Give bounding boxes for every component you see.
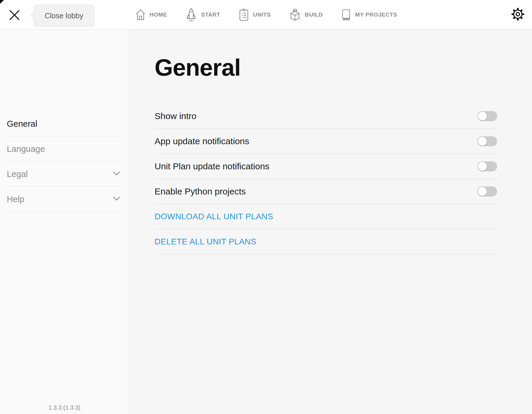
nav-label: UNITS [253,12,271,18]
close-lobby-button[interactable] [8,9,21,22]
nav-label: BUILD [305,12,323,18]
setting-row-app-update-notifications: App update notifications [155,129,497,154]
top-bar: Close lobby HOME [0,0,532,29]
show-intro-toggle[interactable] [477,111,497,121]
sidebar-item-general[interactable]: General [7,111,120,137]
chevron-down-icon [113,197,120,202]
app-update-notifications-toggle[interactable] [477,136,497,146]
brick-icon [289,8,301,22]
sidebar-item-label: Legal [7,169,28,179]
nav-item-home[interactable]: HOME [135,9,167,21]
nav-item-my-projects[interactable]: MY PROJECTS [341,8,397,22]
setting-row-enable-python-projects: Enable Python projects [155,179,497,204]
nav-label: START [201,12,220,18]
book-icon [341,8,351,22]
close-icon [9,9,20,22]
settings-list: Show intro App update notifications Unit… [155,104,497,254]
setting-label: App update notifications [155,136,249,146]
sidebar-item-label: General [7,119,37,129]
nav-label: HOME [150,12,167,18]
sidebar-item-label: Language [7,144,45,154]
setting-label: Show intro [155,111,197,121]
settings-sidebar: General Language Legal Help 1.3.3 (1.3.3… [0,29,129,414]
setting-row-show-intro: Show intro [155,104,497,129]
setting-label: Enable Python projects [155,186,246,197]
main-nav: HOME START [135,0,397,29]
nav-label: MY PROJECTS [355,12,397,18]
home-icon [135,9,146,21]
tooltip-notch [31,12,37,19]
settings-button[interactable] [510,7,525,22]
sidebar-menu: General Language Legal Help [0,111,129,212]
gear-icon [511,7,525,22]
clipboard-icon [239,8,249,22]
link-row-download-all-unit-plans: DOWNLOAD ALL UNIT PLANS [155,204,497,229]
toggle-knob [478,137,487,146]
rocket-icon [185,8,197,22]
unit-plan-update-notifications-toggle[interactable] [477,161,497,171]
delete-all-unit-plans-link[interactable]: DELETE ALL UNIT PLANS [155,237,257,246]
settings-main-panel: General Show intro App update notificati… [129,29,532,414]
sidebar-item-legal[interactable]: Legal [7,162,120,187]
close-lobby-tooltip[interactable]: Close lobby [34,5,94,27]
corner-mark [0,0,4,4]
chevron-down-icon [113,171,120,177]
toggle-knob [478,187,487,196]
sidebar-item-help[interactable]: Help [7,187,120,212]
enable-python-projects-toggle[interactable] [477,186,497,197]
download-all-unit-plans-link[interactable]: DOWNLOAD ALL UNIT PLANS [155,212,273,221]
app-version: 1.3.3 (1.3.3) [0,404,129,411]
tooltip-label: Close lobby [45,12,83,20]
sidebar-item-label: Help [7,194,25,204]
link-row-delete-all-unit-plans: DELETE ALL UNIT PLANS [155,229,497,254]
toggle-knob [478,162,487,171]
nav-item-build[interactable]: BUILD [289,8,323,22]
page-title: General [155,56,497,79]
setting-row-unit-plan-update-notifications: Unit Plan update notifications [155,154,497,179]
setting-label: Unit Plan update notifications [155,161,270,171]
sidebar-item-language[interactable]: Language [7,137,120,162]
nav-item-start[interactable]: START [185,8,220,22]
nav-item-units[interactable]: UNITS [239,8,271,22]
toggle-knob [478,112,487,121]
